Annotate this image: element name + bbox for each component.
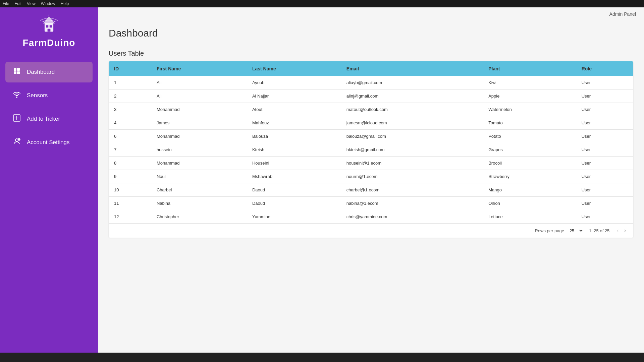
sidebar-item-add-to-ticker[interactable]: Add to Ticker [5, 109, 93, 129]
svg-rect-3 [48, 29, 51, 32]
farmduino-logo-icon [37, 14, 61, 38]
cell-id: 4 [109, 116, 151, 130]
pagination-buttons: ‹ › [615, 227, 628, 234]
svg-rect-2 [50, 25, 52, 27]
cell-last_name: Al Najjar [247, 89, 341, 103]
menu-edit[interactable]: Edit [14, 1, 21, 6]
cell-id: 1 [109, 76, 151, 89]
cell-first_name: Mohammad [151, 157, 247, 170]
menu-window[interactable]: Window [41, 1, 55, 6]
cell-email: matout@outlook.com [341, 103, 483, 116]
sidebar-logo: FarmDuino [23, 14, 75, 48]
menu-view[interactable]: View [27, 1, 36, 6]
cell-plant: Strawberry [483, 170, 576, 183]
cell-first_name: Nour [151, 170, 247, 183]
table-footer: Rows per page 25 50 100 1–25 of 25 ‹ › [109, 223, 633, 238]
cell-first_name: Ali [151, 76, 247, 89]
add-to-ticker-label: Add to Ticker [27, 116, 60, 122]
next-page-button[interactable]: › [622, 227, 628, 234]
sidebar-item-dashboard[interactable]: Dashboard [5, 62, 93, 82]
main-content: Admin Panel Dashboard Users Table ID Fir… [98, 7, 644, 353]
cell-role: User [576, 183, 633, 197]
cell-id: 3 [109, 103, 151, 116]
col-email: Email [341, 61, 483, 76]
cell-first_name: hussein [151, 143, 247, 157]
cell-last_name: Yammine [247, 210, 341, 224]
col-first-name: First Name [151, 61, 247, 76]
cell-email: chris@yammine.com [341, 210, 483, 224]
cell-email: balouza@gmail.com [341, 130, 483, 143]
app-body: FarmDuino Dashboard [0, 7, 644, 353]
sidebar-item-account-settings[interactable]: Account Settings [5, 132, 93, 153]
menu-help[interactable]: Help [61, 1, 69, 6]
cell-email: hkteish@gmail.com [341, 143, 483, 157]
users-table: ID First Name Last Name Email Plant Role… [109, 61, 633, 223]
cell-last_name: Daoud [247, 183, 341, 197]
cell-first_name: James [151, 116, 247, 130]
svg-rect-9 [17, 71, 20, 74]
cell-id: 8 [109, 157, 151, 170]
sidebar-item-sensors[interactable]: Sensors [5, 85, 93, 106]
dashboard-label: Dashboard [27, 69, 55, 75]
wifi-icon [12, 90, 21, 101]
cell-email: alinj@gmail.com [341, 89, 483, 103]
cell-first_name: Ali [151, 89, 247, 103]
cell-last_name: Daoud [247, 197, 341, 210]
cell-plant: Apple [483, 89, 576, 103]
cell-role: User [576, 103, 633, 116]
rows-per-page-control: Rows per page 25 50 100 [535, 227, 583, 234]
table-row: 10CharbelDaoudcharbel@1.ecomMangoUser [109, 183, 633, 197]
cell-last_name: Mahfouz [247, 116, 341, 130]
cell-role: User [576, 76, 633, 89]
cell-email: houseini@1.ecom [341, 157, 483, 170]
svg-rect-7 [17, 68, 20, 71]
table-row: 12ChristopherYamminechris@yammine.comLet… [109, 210, 633, 224]
cell-last_name: Mshawrab [247, 170, 341, 183]
table-row: 6MohammadBalouzabalouza@gmail.comPotatoU… [109, 130, 633, 143]
account-settings-label: Account Settings [27, 139, 70, 146]
cell-email: charbel@1.ecom [341, 183, 483, 197]
cell-plant: Watermelon [483, 103, 576, 116]
table-row: 8MohammadHouseinihouseini@1.ecomBrocoliU… [109, 157, 633, 170]
cell-id: 11 [109, 197, 151, 210]
top-bar: Admin Panel [98, 7, 644, 21]
col-last-name: Last Name [247, 61, 341, 76]
users-table-container: ID First Name Last Name Email Plant Role… [109, 61, 633, 238]
title-bar: File Edit View Window Help [0, 0, 644, 7]
table-row: 4JamesMahfouzjamesm@icloud.comTomatoUser [109, 116, 633, 130]
cell-role: User [576, 210, 633, 224]
cell-id: 10 [109, 183, 151, 197]
rows-per-page-select[interactable]: 25 50 100 [567, 227, 584, 234]
cell-role: User [576, 89, 633, 103]
gear-person-icon [12, 137, 21, 147]
cell-plant: Mango [483, 183, 576, 197]
svg-rect-8 [14, 71, 16, 74]
cell-plant: Kiwi [483, 76, 576, 89]
svg-point-10 [16, 97, 17, 98]
cell-plant: Tomato [483, 116, 576, 130]
cell-email: jamesm@icloud.com [341, 116, 483, 130]
rows-per-page-label: Rows per page [535, 228, 564, 233]
cell-first_name: Nabiha [151, 197, 247, 210]
page-title: Dashboard [109, 27, 633, 39]
table-row: 3MohammadAtoutmatout@outlook.comWatermel… [109, 103, 633, 116]
cell-email: aliayb@gmail.com [341, 76, 483, 89]
cell-role: User [576, 170, 633, 183]
cell-plant: Onion [483, 197, 576, 210]
cell-last_name: Kteish [247, 143, 341, 157]
grid-icon [12, 67, 21, 77]
cell-id: 6 [109, 130, 151, 143]
cell-role: User [576, 197, 633, 210]
admin-panel-label: Admin Panel [609, 11, 636, 17]
svg-point-14 [15, 139, 18, 141]
cell-last_name: Atout [247, 103, 341, 116]
cell-id: 12 [109, 210, 151, 224]
cell-last_name: Ayoub [247, 76, 341, 89]
svg-rect-1 [46, 25, 48, 27]
table-row: 9NourMshawrabnourm@1.ecomStrawberryUser [109, 170, 633, 183]
menu-file[interactable]: File [3, 1, 9, 6]
cell-first_name: Christopher [151, 210, 247, 224]
logo-bold: Duino [47, 38, 75, 48]
prev-page-button[interactable]: ‹ [615, 227, 621, 234]
ticker-bar: Banana : 3.2 $/kgApple : 2.5 $/kgOrange … [0, 353, 644, 362]
